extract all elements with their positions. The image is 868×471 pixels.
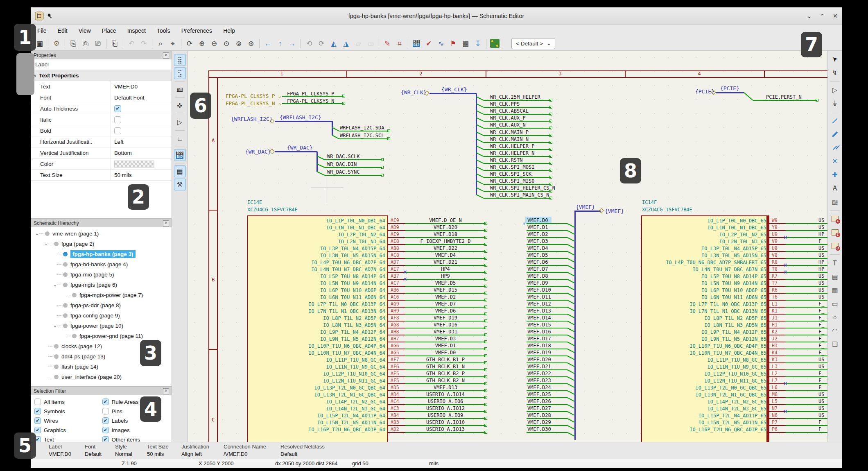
zoom-fit-icon[interactable]: ⊙ <box>221 38 232 49</box>
wire[interactable] <box>527 328 567 328</box>
assign-footprints-icon[interactable]: ⚑ <box>448 38 459 49</box>
wire[interactable] <box>527 279 567 280</box>
wire[interactable] <box>786 411 827 412</box>
wire[interactable] <box>567 286 575 290</box>
minimize-button[interactable]: ⌄ <box>807 13 812 19</box>
titlebar[interactable]: fpga-hp-banks [vme-wren/fpga/fpga-hp-ban… <box>31 7 842 25</box>
align-elements-icon[interactable]: ▱ <box>353 38 364 49</box>
wire[interactable] <box>786 397 827 398</box>
wire[interactable] <box>527 230 567 231</box>
wire[interactable] <box>786 425 827 426</box>
wire[interactable] <box>484 135 551 136</box>
checkbox-checked[interactable]: ✔ <box>34 408 41 414</box>
filter-item-symbols[interactable]: ✔Symbols <box>34 407 102 415</box>
wire[interactable] <box>476 110 484 115</box>
wire[interactable] <box>786 286 827 287</box>
table-tool[interactable]: ▦ <box>829 284 841 296</box>
wire[interactable] <box>786 293 827 294</box>
wire[interactable] <box>527 286 567 287</box>
schematic-setup-icon[interactable]: ⚙ <box>51 38 62 49</box>
wire[interactable] <box>567 279 575 283</box>
wire[interactable] <box>325 175 382 176</box>
symbol-fields-table-icon[interactable]: ▦ <box>460 38 471 49</box>
nav-up-icon[interactable]: ↑ <box>274 38 286 49</box>
wire[interactable] <box>405 390 486 391</box>
wire[interactable] <box>405 356 486 356</box>
wire[interactable] <box>786 314 827 315</box>
wire[interactable] <box>786 376 827 377</box>
wire[interactable] <box>484 100 551 101</box>
wire[interactable] <box>405 272 486 273</box>
wire[interactable] <box>567 230 575 235</box>
sync-sheet-pins-tool[interactable]: ↺ <box>829 240 841 252</box>
wire[interactable] <box>405 335 486 335</box>
sheet-tree-item[interactable]: ⌄fpga (page 2) <box>31 239 172 249</box>
wire[interactable] <box>476 103 484 108</box>
wire[interactable] <box>405 300 486 301</box>
wire[interactable] <box>476 166 484 171</box>
wire[interactable] <box>527 237 567 238</box>
wire[interactable] <box>405 244 486 245</box>
filter-item-all-items[interactable]: All items <box>34 398 102 406</box>
wire[interactable] <box>567 397 575 402</box>
checkbox-checked[interactable]: ✔ <box>102 427 109 433</box>
sheet-tree-item[interactable]: fpga-hd-banks (page 4) <box>31 259 172 269</box>
wire[interactable] <box>405 258 486 259</box>
wire[interactable] <box>484 156 551 157</box>
wire[interactable] <box>786 418 827 419</box>
nav-back-icon[interactable]: ← <box>262 38 274 49</box>
property-value[interactable] <box>111 114 172 125</box>
wire[interactable] <box>567 356 575 360</box>
wire[interactable] <box>317 156 325 160</box>
checkbox-checked[interactable]: ✔ <box>34 417 41 424</box>
wire[interactable] <box>567 251 575 256</box>
wire[interactable] <box>786 321 827 322</box>
wire[interactable] <box>567 390 575 395</box>
export-bom-icon[interactable]: ↧ <box>472 38 484 49</box>
add-wire-tool[interactable] <box>829 115 841 127</box>
annotate-auto-icon[interactable]: R??R42 <box>174 149 186 161</box>
toggle-grid-overrides-icon[interactable]: ⣫ <box>174 67 186 79</box>
wire[interactable] <box>405 237 486 238</box>
wire[interactable] <box>484 142 551 143</box>
property-value[interactable] <box>111 159 172 169</box>
wire[interactable] <box>786 251 827 252</box>
wire[interactable] <box>405 404 486 405</box>
hierarchy-navigator-icon[interactable]: ▤ <box>174 165 186 177</box>
menu-tools[interactable]: Tools <box>157 27 170 34</box>
wire[interactable] <box>484 177 551 178</box>
color-swatch[interactable] <box>114 161 154 168</box>
property-value[interactable]: VMEF.D0 <box>111 81 172 92</box>
undo-icon[interactable]: ↶ <box>126 38 137 49</box>
wire[interactable] <box>527 307 567 308</box>
wire[interactable] <box>786 362 827 363</box>
wire[interactable] <box>527 369 567 370</box>
wire[interactable] <box>405 418 486 419</box>
wire[interactable] <box>567 272 575 276</box>
wire[interactable] <box>317 163 325 168</box>
bus[interactable] <box>716 92 744 93</box>
wire[interactable] <box>567 335 575 339</box>
sheet-tree-item[interactable]: ⌄vme-wren (page 1) <box>31 229 172 239</box>
wire[interactable] <box>527 349 567 349</box>
wire[interactable] <box>405 397 486 398</box>
wire[interactable] <box>786 279 827 280</box>
paste-icon[interactable]: ⎗ <box>109 38 120 49</box>
sheet-tree-item[interactable]: fpga-config (page 9) <box>31 310 172 321</box>
wire[interactable] <box>484 198 551 199</box>
wire[interactable] <box>786 349 827 349</box>
mirror-vertical-icon[interactable]: ◭ <box>328 38 339 49</box>
wire[interactable] <box>339 131 389 131</box>
symbol-library-browser-icon[interactable]: ⌗ <box>394 38 405 49</box>
close-icon[interactable]: ✕ <box>163 388 169 394</box>
net-label-tool[interactable]: A <box>829 182 841 194</box>
checkbox-unchecked[interactable] <box>114 127 121 134</box>
select-tool[interactable]: ➤ <box>829 53 841 65</box>
wire[interactable] <box>282 96 344 97</box>
wire[interactable] <box>405 279 486 280</box>
wire[interactable] <box>786 342 827 342</box>
wire[interactable] <box>567 293 575 297</box>
checkbox-unchecked[interactable] <box>102 408 109 414</box>
arc-tool[interactable]: ◠ <box>829 325 841 337</box>
textbox-tool[interactable]: ▤ <box>829 271 841 283</box>
